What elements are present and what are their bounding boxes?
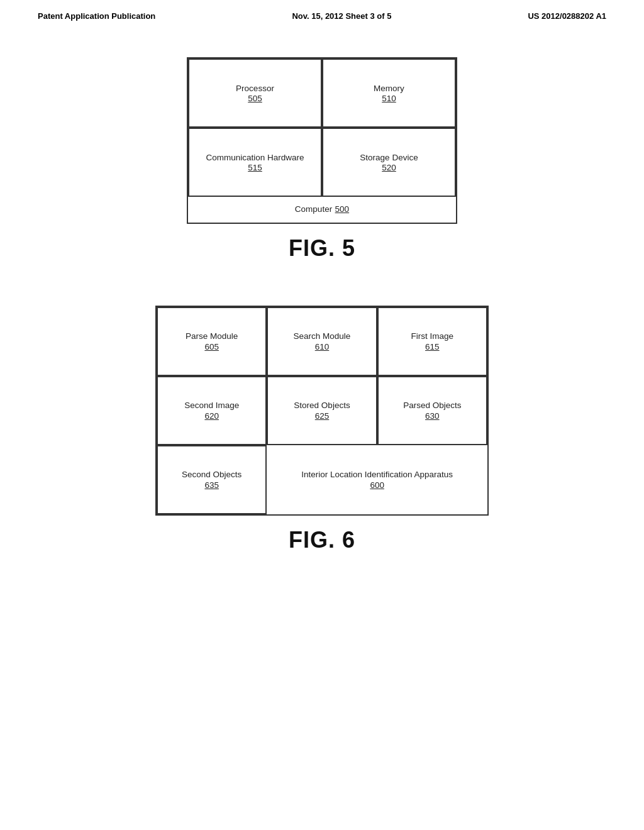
fig6-caption: FIG. 6: [289, 527, 355, 553]
header-left: Patent Application Publication: [38, 11, 155, 21]
parsed-objects-number: 630: [425, 411, 440, 421]
second-objects-number: 635: [204, 480, 219, 490]
computer-label: Computer: [295, 204, 332, 214]
storage-device-box: Storage Device 520: [322, 128, 456, 197]
second-image-number: 620: [204, 411, 219, 421]
processor-label: Processor: [236, 83, 274, 94]
comm-hardware-number: 515: [248, 163, 262, 172]
first-image-number: 615: [425, 342, 440, 351]
search-module-number: 610: [315, 342, 330, 351]
parse-module-label: Parse Module: [186, 331, 238, 342]
comm-hardware-label: Communication Hardware: [206, 152, 304, 163]
processor-number: 505: [248, 94, 262, 103]
fig5-wrapper: Processor 505 Memory 510 Communication H…: [187, 57, 457, 287]
storage-device-number: 520: [382, 163, 396, 172]
stored-objects-number: 625: [315, 411, 330, 421]
first-image-box: First Image 615: [377, 307, 487, 376]
fig6-bottom-row: Second Objects 635 Interior Location Ide…: [157, 445, 487, 514]
fig5-grid: Processor 505 Memory 510 Communication H…: [188, 58, 456, 197]
apparatus-label: Interior Location Identification Apparat…: [301, 469, 453, 480]
computer-label-area: Computer 500: [188, 197, 456, 223]
fig6-wrapper: Parse Module 605 Search Module 610 First…: [155, 306, 489, 578]
fig5-diagram: Processor 505 Memory 510 Communication H…: [187, 57, 457, 224]
apparatus-label-area: Interior Location Identification Apparat…: [267, 445, 487, 514]
memory-number: 510: [382, 94, 396, 103]
stored-objects-box: Stored Objects 625: [267, 376, 377, 445]
computer-number: 500: [335, 204, 350, 214]
fig6-mid-row: Second Image 620 Stored Objects 625 Pars…: [157, 376, 487, 445]
apparatus-number: 600: [370, 480, 384, 490]
storage-device-label: Storage Device: [360, 152, 418, 163]
memory-box: Memory 510: [322, 58, 456, 128]
header-right: US 2012/0288202 A1: [528, 11, 606, 21]
parsed-objects-label: Parsed Objects: [403, 400, 461, 411]
stored-objects-label: Stored Objects: [294, 400, 350, 411]
parse-module-box: Parse Module 605: [157, 307, 267, 376]
parse-module-number: 605: [204, 342, 219, 351]
first-image-label: First Image: [411, 331, 454, 342]
page-content: Processor 505 Memory 510 Communication H…: [0, 32, 644, 578]
memory-label: Memory: [374, 83, 404, 94]
second-objects-box: Second Objects 635: [157, 445, 267, 514]
search-module-label: Search Module: [294, 331, 351, 342]
comm-hardware-box: Communication Hardware 515: [188, 128, 322, 197]
page-header: Patent Application Publication Nov. 15, …: [0, 0, 644, 32]
fig6-diagram: Parse Module 605 Search Module 610 First…: [155, 306, 489, 516]
fig6-top-row: Parse Module 605 Search Module 610 First…: [157, 307, 487, 376]
fig5-caption: FIG. 5: [289, 235, 355, 262]
processor-box: Processor 505: [188, 58, 322, 128]
second-objects-label: Second Objects: [182, 469, 242, 480]
parsed-objects-box: Parsed Objects 630: [377, 376, 487, 445]
header-middle: Nov. 15, 2012 Sheet 3 of 5: [292, 11, 391, 21]
second-image-box: Second Image 620: [157, 376, 267, 445]
search-module-box: Search Module 610: [267, 307, 377, 376]
second-image-label: Second Image: [184, 400, 239, 411]
